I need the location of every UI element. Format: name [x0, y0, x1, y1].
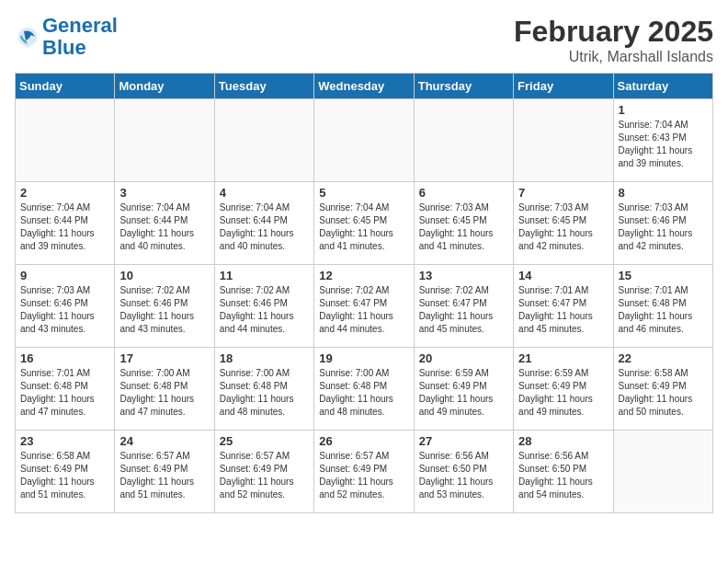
- calendar-cell: 1Sunrise: 7:04 AM Sunset: 6:43 PM Daylig…: [613, 99, 712, 182]
- day-info: Sunrise: 7:04 AM Sunset: 6:43 PM Dayligh…: [619, 119, 708, 170]
- calendar-cell: 25Sunrise: 6:57 AM Sunset: 6:49 PM Dayli…: [214, 431, 313, 513]
- day-info: Sunrise: 7:01 AM Sunset: 6:48 PM Dayligh…: [20, 367, 109, 419]
- weekday-header-row: SundayMondayTuesdayWednesdayThursdayFrid…: [16, 74, 713, 99]
- day-info: Sunrise: 7:00 AM Sunset: 6:48 PM Dayligh…: [220, 367, 309, 419]
- day-info: Sunrise: 7:04 AM Sunset: 6:44 PM Dayligh…: [20, 201, 109, 253]
- day-info: Sunrise: 7:04 AM Sunset: 6:44 PM Dayligh…: [220, 201, 309, 253]
- day-info: Sunrise: 6:58 AM Sunset: 6:49 PM Dayligh…: [619, 367, 708, 419]
- day-number: 26: [319, 434, 408, 448]
- calendar-week-row: 16Sunrise: 7:01 AM Sunset: 6:48 PM Dayli…: [16, 348, 713, 431]
- day-info: Sunrise: 6:56 AM Sunset: 6:50 PM Dayligh…: [419, 450, 508, 501]
- calendar-cell: [314, 99, 414, 182]
- day-number: 24: [119, 434, 209, 448]
- day-number: 3: [119, 186, 209, 200]
- calendar-cell: 19Sunrise: 7:00 AM Sunset: 6:48 PM Dayli…: [314, 348, 414, 431]
- title-block: February 2025 Utrik, Marshall Islands: [514, 15, 713, 65]
- day-number: 19: [319, 351, 408, 365]
- day-number: 2: [20, 186, 109, 200]
- weekday-header: Wednesday: [314, 74, 414, 99]
- day-number: 14: [518, 269, 608, 282]
- calendar-cell: 21Sunrise: 6:59 AM Sunset: 6:49 PM Dayli…: [514, 348, 613, 431]
- day-info: Sunrise: 6:56 AM Sunset: 6:50 PM Dayligh…: [518, 450, 608, 501]
- day-info: Sunrise: 7:03 AM Sunset: 6:46 PM Dayligh…: [619, 201, 708, 253]
- calendar-table: SundayMondayTuesdayWednesdayThursdayFrid…: [15, 73, 713, 513]
- weekday-header: Monday: [115, 74, 214, 99]
- day-info: Sunrise: 6:57 AM Sunset: 6:49 PM Dayligh…: [319, 450, 408, 501]
- day-info: Sunrise: 7:03 AM Sunset: 6:45 PM Dayligh…: [419, 201, 508, 253]
- day-number: 25: [220, 434, 309, 448]
- calendar-cell: 7Sunrise: 7:03 AM Sunset: 6:45 PM Daylig…: [514, 182, 613, 265]
- day-number: 28: [518, 434, 608, 448]
- day-number: 12: [319, 269, 408, 282]
- day-number: 5: [319, 186, 408, 200]
- calendar-cell: 8Sunrise: 7:03 AM Sunset: 6:46 PM Daylig…: [613, 182, 712, 265]
- day-info: Sunrise: 6:57 AM Sunset: 6:49 PM Dayligh…: [220, 450, 309, 501]
- calendar-cell: 13Sunrise: 7:02 AM Sunset: 6:47 PM Dayli…: [414, 265, 513, 348]
- day-info: Sunrise: 7:04 AM Sunset: 6:45 PM Dayligh…: [319, 201, 408, 253]
- day-number: 4: [220, 186, 309, 200]
- day-number: 1: [619, 103, 708, 117]
- day-number: 9: [20, 269, 109, 282]
- day-info: Sunrise: 6:57 AM Sunset: 6:49 PM Dayligh…: [119, 450, 209, 501]
- day-info: Sunrise: 7:02 AM Sunset: 6:46 PM Dayligh…: [220, 284, 309, 336]
- calendar-cell: 6Sunrise: 7:03 AM Sunset: 6:45 PM Daylig…: [414, 182, 513, 265]
- calendar-cell: [414, 99, 513, 182]
- calendar-week-row: 1Sunrise: 7:04 AM Sunset: 6:43 PM Daylig…: [16, 99, 713, 182]
- logo-icon: [15, 24, 40, 50]
- calendar-cell: 16Sunrise: 7:01 AM Sunset: 6:48 PM Dayli…: [16, 348, 115, 431]
- day-info: Sunrise: 7:01 AM Sunset: 6:48 PM Dayligh…: [619, 284, 708, 336]
- calendar-cell: 15Sunrise: 7:01 AM Sunset: 6:48 PM Dayli…: [613, 265, 712, 348]
- page-header: General Blue February 2025 Utrik, Marsha…: [15, 15, 713, 65]
- calendar-cell: 5Sunrise: 7:04 AM Sunset: 6:45 PM Daylig…: [314, 182, 414, 265]
- day-info: Sunrise: 7:02 AM Sunset: 6:47 PM Dayligh…: [419, 284, 508, 336]
- day-number: 11: [220, 269, 309, 282]
- logo-text: General Blue: [42, 15, 118, 59]
- calendar-cell: [613, 431, 712, 513]
- calendar-cell: 18Sunrise: 7:00 AM Sunset: 6:48 PM Dayli…: [214, 348, 313, 431]
- calendar-cell: 28Sunrise: 6:56 AM Sunset: 6:50 PM Dayli…: [514, 431, 613, 513]
- calendar-cell: 11Sunrise: 7:02 AM Sunset: 6:46 PM Dayli…: [214, 265, 313, 348]
- day-number: 13: [419, 269, 508, 282]
- calendar-cell: 4Sunrise: 7:04 AM Sunset: 6:44 PM Daylig…: [214, 182, 313, 265]
- day-number: 17: [119, 351, 209, 365]
- day-number: 16: [20, 351, 109, 365]
- day-number: 20: [419, 351, 508, 365]
- calendar-cell: 12Sunrise: 7:02 AM Sunset: 6:47 PM Dayli…: [314, 265, 414, 348]
- day-info: Sunrise: 6:58 AM Sunset: 6:49 PM Dayligh…: [20, 450, 109, 501]
- calendar-cell: [16, 99, 115, 182]
- calendar-cell: 20Sunrise: 6:59 AM Sunset: 6:49 PM Dayli…: [414, 348, 513, 431]
- day-info: Sunrise: 7:03 AM Sunset: 6:45 PM Dayligh…: [518, 201, 608, 253]
- calendar-cell: 10Sunrise: 7:02 AM Sunset: 6:46 PM Dayli…: [115, 265, 214, 348]
- calendar-cell: 22Sunrise: 6:58 AM Sunset: 6:49 PM Dayli…: [613, 348, 712, 431]
- calendar-cell: 14Sunrise: 7:01 AM Sunset: 6:47 PM Dayli…: [514, 265, 613, 348]
- day-number: 27: [419, 434, 508, 448]
- calendar-week-row: 9Sunrise: 7:03 AM Sunset: 6:46 PM Daylig…: [16, 265, 713, 348]
- day-number: 15: [619, 269, 708, 282]
- calendar-cell: 9Sunrise: 7:03 AM Sunset: 6:46 PM Daylig…: [16, 265, 115, 348]
- calendar-cell: [115, 99, 214, 182]
- calendar-cell: 27Sunrise: 6:56 AM Sunset: 6:50 PM Dayli…: [414, 431, 513, 513]
- weekday-header: Tuesday: [214, 74, 313, 99]
- calendar-cell: 2Sunrise: 7:04 AM Sunset: 6:44 PM Daylig…: [16, 182, 115, 265]
- calendar-cell: 24Sunrise: 6:57 AM Sunset: 6:49 PM Dayli…: [115, 431, 214, 513]
- calendar-cell: [514, 99, 613, 182]
- calendar-week-row: 23Sunrise: 6:58 AM Sunset: 6:49 PM Dayli…: [16, 431, 713, 513]
- weekday-header: Sunday: [16, 74, 115, 99]
- day-number: 21: [518, 351, 608, 365]
- weekday-header: Thursday: [414, 74, 513, 99]
- weekday-header: Saturday: [613, 74, 712, 99]
- day-number: 6: [419, 186, 508, 200]
- calendar-cell: 26Sunrise: 6:57 AM Sunset: 6:49 PM Dayli…: [314, 431, 414, 513]
- location-title: Utrik, Marshall Islands: [514, 49, 713, 65]
- day-info: Sunrise: 7:00 AM Sunset: 6:48 PM Dayligh…: [319, 367, 408, 419]
- day-number: 23: [20, 434, 109, 448]
- day-info: Sunrise: 6:59 AM Sunset: 6:49 PM Dayligh…: [419, 367, 508, 419]
- day-number: 10: [119, 269, 209, 282]
- calendar-cell: [214, 99, 313, 182]
- day-info: Sunrise: 6:59 AM Sunset: 6:49 PM Dayligh…: [518, 367, 608, 419]
- calendar-cell: 23Sunrise: 6:58 AM Sunset: 6:49 PM Dayli…: [16, 431, 115, 513]
- day-number: 7: [518, 186, 608, 200]
- day-info: Sunrise: 7:03 AM Sunset: 6:46 PM Dayligh…: [20, 284, 109, 336]
- logo: General Blue: [15, 15, 118, 59]
- day-info: Sunrise: 7:00 AM Sunset: 6:48 PM Dayligh…: [119, 367, 209, 419]
